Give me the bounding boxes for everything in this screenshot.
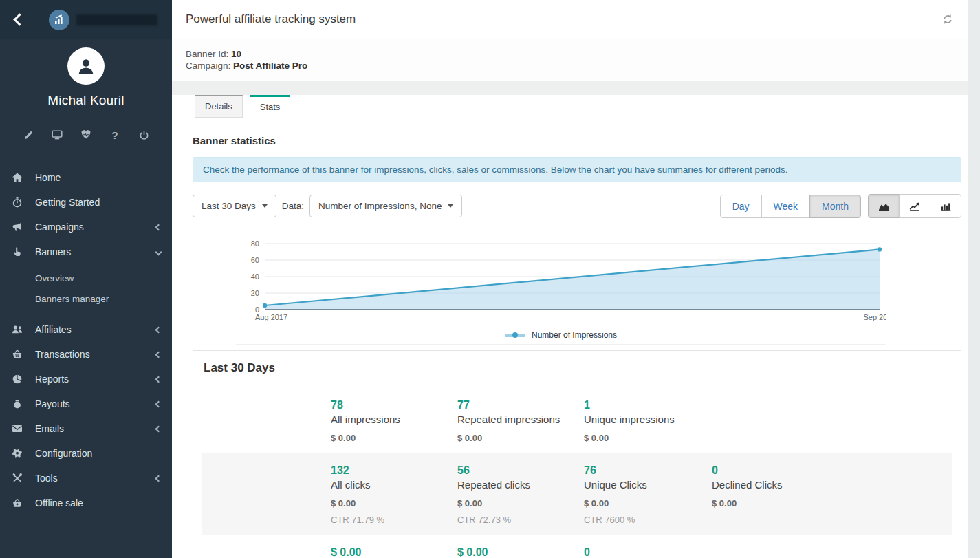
- section-title: Banner statistics: [193, 135, 961, 147]
- logo-chart-icon: [49, 10, 69, 30]
- stat-unique-clicks: 76 Unique Clicks $ 0.00 CTR 7600 %: [584, 464, 712, 525]
- page-background-band: [172, 81, 968, 95]
- chevron-left-icon: [155, 326, 162, 333]
- campaign-label: Campaign:: [186, 61, 230, 71]
- sidebar-nav: Home Getting Started Campaigns Banners O…: [0, 165, 172, 515]
- sidebar-item-configuration[interactable]: Configuration: [0, 441, 172, 466]
- summary-panel: Last 30 Days 78 All impressions $ 0.00 7…: [193, 350, 961, 558]
- svg-text:40: 40: [251, 272, 259, 281]
- sidebar-item-reports[interactable]: Reports: [0, 367, 172, 391]
- quick-actions: ?: [0, 127, 172, 142]
- sidebar-subitem-overview[interactable]: Overview: [0, 268, 172, 288]
- sidebar-item-banners[interactable]: Banners: [0, 239, 172, 264]
- sidebar-item-home[interactable]: Home: [0, 165, 172, 190]
- money-bag-icon: [11, 398, 23, 410]
- sidebar: Michal Kouril ? Home: [0, 0, 172, 558]
- stat-all-clicks: 132 All clicks $ 0.00 CTR 71.79 %: [331, 464, 457, 525]
- chevron-left-icon: [155, 400, 162, 407]
- sidebar-item-campaigns[interactable]: Campaigns: [0, 215, 172, 239]
- chevron-down-icon: [155, 248, 162, 255]
- chevron-left-icon: [155, 376, 162, 383]
- range-select[interactable]: Last 30 Days: [193, 195, 276, 217]
- data-select[interactable]: Number of Impressions, None: [309, 195, 462, 217]
- svg-text:Sep 2017: Sep 2017: [863, 313, 886, 321]
- caret-down-icon: [448, 204, 453, 208]
- campaign-value: Post Affiliate Pro: [233, 61, 307, 71]
- sidebar-item-tools[interactable]: Tools: [0, 466, 172, 491]
- monitor-icon[interactable]: [50, 127, 65, 142]
- stat-unique-impressions: 1 Unique impressions $ 0.00: [584, 399, 712, 443]
- sidebar-item-getting-started[interactable]: Getting Started: [0, 190, 172, 215]
- help-icon[interactable]: ?: [107, 127, 122, 142]
- page-title: Powerful affiliate tracking system: [186, 12, 356, 26]
- banner-info: Banner Id: 10 Campaign: Post Affiliate P…: [172, 39, 968, 81]
- envelope-icon: [11, 423, 23, 435]
- day-button[interactable]: Day: [720, 195, 762, 218]
- home-icon: [11, 172, 23, 184]
- svg-text:80: 80: [251, 239, 259, 248]
- bar-chart-icon[interactable]: [930, 194, 961, 218]
- svg-text:20: 20: [251, 289, 259, 297]
- hand-pointer-icon: [11, 246, 23, 258]
- period-button-group: Day Week Month: [720, 195, 861, 218]
- sidebar-divider: [0, 158, 172, 158]
- summary-row-impressions: 78 All impressions $ 0.00 77 Repeated im…: [202, 387, 952, 453]
- impressions-chart: 020406080Aug 2017Sep 2017 Number of Impr…: [236, 237, 886, 345]
- back-chevron-icon[interactable]: [13, 13, 25, 25]
- series-label: Number of Impressions: [532, 330, 617, 340]
- chart-legend: Number of Impressions: [236, 330, 886, 345]
- month-button[interactable]: Month: [809, 195, 861, 218]
- caret-down-icon: [262, 204, 268, 208]
- series-swatch-icon: [505, 334, 525, 337]
- chart-controls: Last 30 Days Data: Number of Impressions…: [193, 194, 961, 218]
- area-chart-icon[interactable]: [868, 194, 900, 218]
- chevron-left-icon: [155, 475, 162, 482]
- banner-id-label: Banner Id:: [186, 49, 228, 59]
- main-area: Powerful affiliate tracking system Banne…: [172, 0, 968, 558]
- sidebar-item-offline-sale[interactable]: Offline sale: [0, 491, 172, 515]
- stat-revenue: $ 0.00 Revenue: [457, 546, 584, 558]
- area-chart[interactable]: 020406080Aug 2017Sep 2017: [236, 237, 886, 322]
- banner-id-value: 10: [231, 49, 241, 59]
- sidebar-top-bar: [0, 0, 172, 39]
- sidebar-item-payouts[interactable]: Payouts: [0, 391, 172, 416]
- tab-panel: Details Stats Banner statistics Check th…: [172, 95, 968, 558]
- app-logo[interactable]: [49, 10, 157, 30]
- stat-commissions: $ 0.00 Commissions: [331, 546, 457, 558]
- sidebar-item-transactions[interactable]: Transactions: [0, 342, 172, 367]
- power-icon[interactable]: [136, 127, 151, 142]
- stat-all-impressions: 78 All impressions $ 0.00: [331, 399, 457, 443]
- sidebar-item-emails[interactable]: Emails: [0, 416, 172, 441]
- stat-avg-commission: 0 Avg Commission: [584, 546, 712, 558]
- gear-icon: [11, 448, 23, 460]
- summary-grid: 78 All impressions $ 0.00 77 Repeated im…: [202, 387, 952, 558]
- chevron-left-icon: [155, 351, 162, 358]
- avatar[interactable]: [67, 47, 105, 85]
- users-icon: [11, 324, 23, 336]
- logo-text-redacted: [76, 14, 157, 25]
- svg-text:Aug 2017: Aug 2017: [255, 313, 287, 321]
- page-header: Powerful affiliate tracking system: [172, 0, 968, 39]
- stat-repeated-clicks: 56 Repeated clicks $ 0.00 CTR 72.73 %: [457, 464, 584, 525]
- info-alert: Check the performance of this banner for…: [193, 157, 961, 182]
- stat-declined-clicks: 0 Declined Clicks $ 0.00: [712, 464, 952, 525]
- line-chart-icon[interactable]: [899, 194, 930, 218]
- user-profile: Michal Kouril: [0, 39, 172, 108]
- health-icon[interactable]: [78, 127, 94, 142]
- edit-icon[interactable]: [21, 127, 36, 142]
- user-name: Michal Kouril: [0, 93, 172, 108]
- sidebar-subitem-banners-manager[interactable]: Banners manager: [0, 288, 172, 309]
- megaphone-icon: [11, 222, 23, 233]
- tab-stats[interactable]: Stats: [250, 95, 291, 118]
- stat-repeated-impressions: 77 Repeated impressions $ 0.00: [457, 399, 584, 443]
- pie-chart-icon: [11, 374, 23, 385]
- summary-title: Last 30 Days: [193, 351, 961, 378]
- basket-icon: [11, 349, 23, 361]
- week-button[interactable]: Week: [761, 195, 811, 218]
- refresh-icon[interactable]: [939, 11, 956, 28]
- tools-icon: [11, 473, 23, 484]
- chevron-left-icon: [155, 224, 162, 230]
- tab-details[interactable]: Details: [195, 95, 243, 118]
- stopwatch-icon: [11, 197, 23, 208]
- sidebar-item-affiliates[interactable]: Affiliates: [0, 317, 172, 342]
